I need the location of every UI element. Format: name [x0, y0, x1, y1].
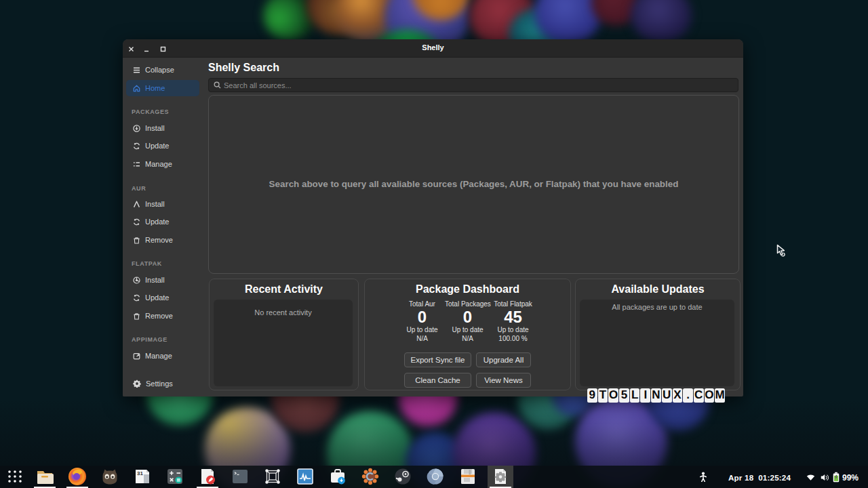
svg-text:31: 31: [137, 470, 143, 476]
